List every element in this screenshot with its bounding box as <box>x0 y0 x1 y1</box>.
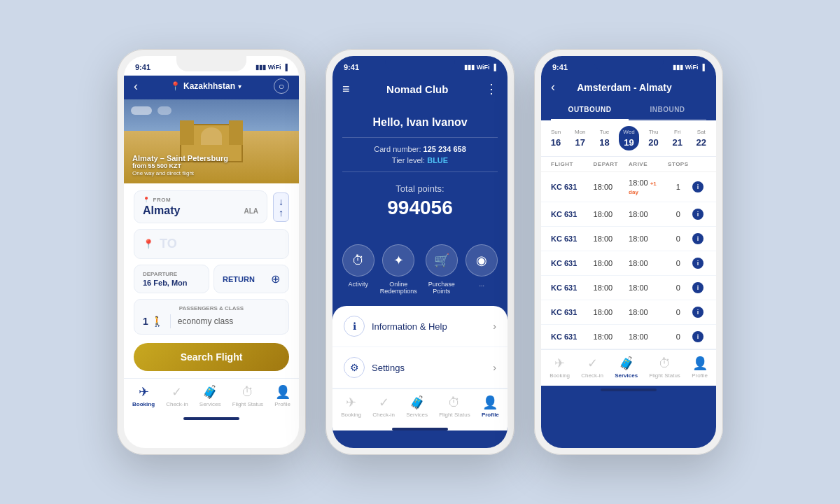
nav-services-3[interactable]: 🧳 Services <box>615 356 638 379</box>
calendar-strip: Sun 16 Mon 17 Tue 18 Wed 19 Thu 20 <box>541 120 716 157</box>
action-redemptions[interactable]: ✦ Online Redemptions <box>379 244 417 295</box>
to-field[interactable]: 📍 TO <box>134 229 289 259</box>
nav-profile-2[interactable]: 👤 Profile <box>482 395 499 418</box>
flight-name-2: KC 631 <box>551 210 594 218</box>
nav-services-1[interactable]: 🧳 Services <box>200 384 221 407</box>
battery-icon-3: ▐ <box>701 64 705 71</box>
location-name: Kazakhhstan <box>183 81 235 91</box>
cal-day-fri[interactable]: Fri 21 <box>668 126 686 150</box>
cal-day-wed[interactable]: Wed 19 <box>619 126 638 150</box>
points-value: 994056 <box>342 197 498 219</box>
cal-day-tue[interactable]: Tue 18 <box>595 126 613 150</box>
flight-info-3[interactable]: i <box>692 233 706 244</box>
flight-info-5[interactable]: i <box>692 282 706 293</box>
flight-name-3: KC 631 <box>551 234 594 243</box>
nav-flightstatus-2[interactable]: ⏱ Flight Status <box>439 396 470 418</box>
nav-flightstatus-3[interactable]: ⏱ Flight Status <box>649 356 680 379</box>
profile-label-3: Profile <box>692 372 708 379</box>
cal-day-mon[interactable]: Mon 17 <box>570 126 590 150</box>
location-selector[interactable]: 📍 Kazakhhstan ▾ <box>170 81 241 91</box>
cal-day-thu[interactable]: Thu 20 <box>644 126 662 150</box>
flight-info-4[interactable]: i <box>692 258 706 269</box>
flightstatus-icon: ⏱ <box>241 385 254 400</box>
from-field[interactable]: 📍 FROM Almaty ALA <box>134 190 267 223</box>
services-label-2: Services <box>406 412 428 418</box>
checkin-icon-3: ✓ <box>587 356 598 371</box>
flight-stops-2: 0 <box>664 210 692 218</box>
home-indicator-1 <box>183 417 239 420</box>
menu-icon[interactable]: ≡ <box>342 82 350 97</box>
purchase-icon: 🛒 <box>426 244 458 276</box>
flight-info-1[interactable]: i <box>692 181 706 192</box>
nav-booking-1[interactable]: ✈ Booking <box>132 384 155 407</box>
back-button-3[interactable]: ‹ <box>551 80 555 94</box>
from-city: Almaty <box>143 204 180 217</box>
action-activity[interactable]: ⏱ Activity <box>342 244 374 295</box>
nav-profile-1[interactable]: 👤 Profile <box>274 384 290 407</box>
booking-label-3: Booking <box>550 372 570 379</box>
flight-info-6[interactable]: i <box>692 307 706 318</box>
col-stops-header: STOPS <box>664 161 692 167</box>
checkin-label-2: Check-in <box>372 412 395 418</box>
activity-label: Activity <box>348 281 368 288</box>
dropdown-icon: ▾ <box>238 83 241 90</box>
flight-row-7[interactable]: KC 631 18:00 18:00 0 i <box>541 325 716 349</box>
home-indicator-2 <box>392 428 448 430</box>
services-label-3: Services <box>615 372 638 379</box>
points-label: Total points: <box>342 183 498 194</box>
outbound-tab[interactable]: OUTBOUND <box>551 100 629 120</box>
flight-info-2[interactable]: i <box>692 209 706 220</box>
booking-label: Booking <box>132 401 155 407</box>
flight-row-5[interactable]: KC 631 18:00 18:00 0 i <box>541 276 716 300</box>
flightstatus-label: Flight Status <box>232 401 263 407</box>
flight-row-1[interactable]: KC 631 18:00 18:00 +1 day 1 i <box>541 172 716 202</box>
swap-button[interactable]: ↓↑ <box>273 192 289 222</box>
passengers-field[interactable]: PASSENGERS & CLASS 1 🚶 economy class <box>134 299 289 335</box>
nav-booking-2[interactable]: ✈ Booking <box>341 395 361 418</box>
flight-tabs: OUTBOUND INBOUND <box>551 100 706 120</box>
info-help-left: ℹ Information & Help <box>344 316 447 337</box>
flight-stops-1: 1 <box>664 183 692 191</box>
profile-label: Profile <box>274 401 290 407</box>
nav-profile-3[interactable]: 👤 Profile <box>692 356 708 379</box>
action-purchase[interactable]: 🛒 Purchase Points <box>423 244 461 295</box>
notch-2 <box>385 56 455 71</box>
departure-label: DEPARTURE <box>143 271 200 277</box>
flights-header: ‹ Amsterdam - Almaty OUTBOUND INBOUND <box>541 76 716 120</box>
return-field[interactable]: RETURN ⊕ <box>214 265 289 293</box>
passenger-class: economy class <box>178 316 233 326</box>
nav-checkin-1[interactable]: ✓ Check-in <box>166 384 188 407</box>
info-chevron-icon: › <box>493 321 496 332</box>
inbound-tab[interactable]: INBOUND <box>629 100 706 119</box>
menu-section: ℹ Information & Help › ⚙ Settings › <box>332 306 507 430</box>
flight-arrive-4: 18:00 <box>629 259 664 267</box>
profile-icon: 👤 <box>275 384 290 400</box>
nav-checkin-3[interactable]: ✓ Check-in <box>581 356 603 379</box>
signal-icon-2: ▮▮▮ <box>464 64 475 71</box>
nav-services-2[interactable]: 🧳 Services <box>406 395 428 418</box>
flight-info-7[interactable]: i <box>692 331 706 342</box>
search-flight-button[interactable]: Search Flight <box>134 343 289 371</box>
flight-row-6[interactable]: KC 631 18:00 18:00 0 i <box>541 300 716 325</box>
nav-booking-3[interactable]: ✈ Booking <box>550 356 570 379</box>
back-button[interactable]: ‹ <box>134 79 138 94</box>
flight-row-2[interactable]: KC 631 18:00 18:00 0 i <box>541 202 716 227</box>
flight-depart-5: 18:00 <box>594 284 629 292</box>
cal-day-sun[interactable]: Sun 16 <box>547 126 565 150</box>
departure-field[interactable]: DEPARTURE 16 Feb, Mon <box>134 265 209 293</box>
info-help-item[interactable]: ℹ Information & Help › <box>332 306 507 347</box>
wifi-icon-3: WiFi <box>685 64 699 71</box>
nav-flightstatus-1[interactable]: ⏱ Flight Status <box>232 385 263 407</box>
signal-icon-3: ▮▮▮ <box>673 64 683 71</box>
person-icon: 🚶 <box>151 316 163 327</box>
phone-flights: 9:41 ▮▮▮ WiFi ▐ ‹ Amsterdam - Almaty OUT… <box>534 49 723 455</box>
nav-checkin-2[interactable]: ✓ Check-in <box>372 395 395 418</box>
action-more[interactable]: ◉ ... <box>465 244 498 295</box>
flight-row-3[interactable]: KC 631 18:00 18:00 0 i <box>541 227 716 251</box>
history-icon[interactable]: ○ <box>274 78 289 94</box>
settings-item[interactable]: ⚙ Settings › <box>332 347 507 388</box>
flight-row-4[interactable]: KC 631 18:00 18:00 0 i <box>541 251 716 276</box>
phones-container: 9:41 ▮▮▮ WiFi ▐ ‹ 📍 Kazakhhstan ▾ ○ <box>103 35 737 469</box>
more-options-icon[interactable]: ⋮ <box>485 81 498 97</box>
cal-day-sat[interactable]: Sat 22 <box>692 126 710 150</box>
